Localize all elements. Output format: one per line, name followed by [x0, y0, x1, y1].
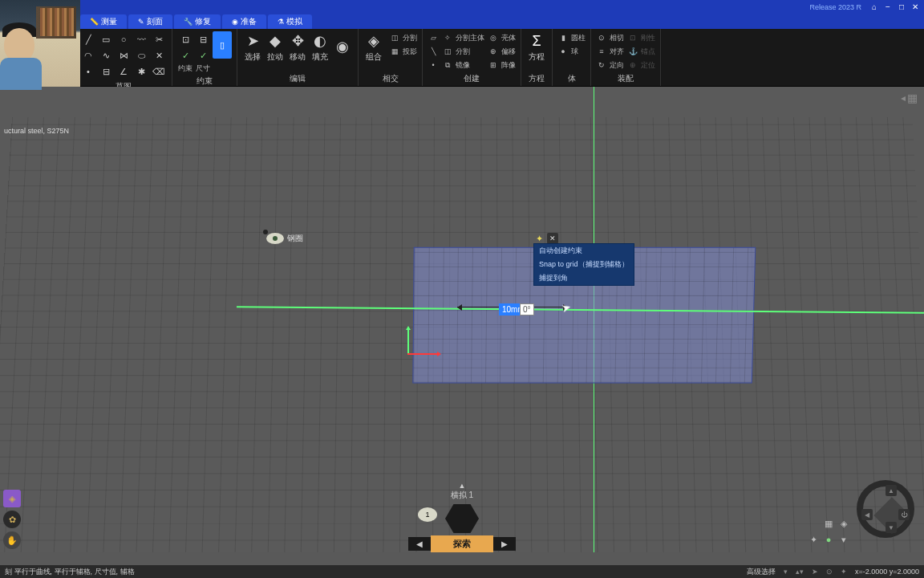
sketch-visibility-toggle[interactable]: 钢圈: [266, 233, 303, 244]
blend-tool[interactable]: ◉: [332, 31, 353, 63]
polyline-tool[interactable]: ⋈: [116, 47, 132, 63]
splitbody-tool[interactable]: ✧分割主体: [442, 31, 484, 44]
point-create-tool[interactable]: •: [428, 59, 439, 71]
gizmo-left[interactable]: ◀: [861, 509, 873, 520]
close-mini-icon[interactable]: ✕: [547, 233, 558, 244]
minimize-button[interactable]: −: [882, 2, 894, 13]
constraint-check-icon[interactable]: ✓: [177, 47, 193, 63]
chevron-right-icon[interactable]: ▶: [493, 537, 516, 551]
scissors-icon[interactable]: ✂: [151, 31, 167, 47]
status-sep: ▾: [784, 568, 788, 576]
line-tool[interactable]: ╱: [80, 31, 96, 47]
hand-icon[interactable]: ✋: [3, 531, 21, 549]
status-icon-4[interactable]: ✦: [841, 568, 847, 576]
delete-tool[interactable]: ⌫: [151, 63, 167, 79]
dimension-check-icon[interactable]: ✓: [195, 47, 211, 63]
sim-label: 横拟 1: [451, 490, 473, 501]
menu-snap-angle[interactable]: 捕捉到角: [534, 271, 634, 285]
offset-tool[interactable]: ⊕偏移: [488, 45, 516, 58]
tab-repair[interactable]: 🔧修复: [174, 14, 221, 29]
home-icon[interactable]: ⌂: [869, 2, 880, 13]
orient-tool[interactable]: ↻定向: [596, 59, 624, 71]
chevron-up-icon[interactable]: ▲: [459, 482, 466, 490]
rect-constraint-active[interactable]: ▯: [213, 31, 232, 59]
point-tool[interactable]: •: [80, 63, 96, 79]
plane-tool[interactable]: ▱: [428, 31, 439, 44]
ellipse-tool[interactable]: ⬭: [133, 47, 149, 63]
rigid-tool[interactable]: ⊡刚性: [627, 31, 655, 44]
locate-tool[interactable]: ⊕定位: [627, 59, 655, 71]
maximize-button[interactable]: □: [896, 2, 907, 13]
pattern-tool[interactable]: ⊞阵像: [488, 59, 516, 71]
arc-tool[interactable]: ◠: [80, 47, 96, 63]
tab-measure[interactable]: 📏测量: [80, 14, 127, 29]
tab-facet[interactable]: ✎刻面: [128, 14, 172, 29]
view-icon-1[interactable]: ▦: [822, 517, 835, 530]
tangent-tool[interactable]: ⊙相切: [596, 31, 624, 44]
anchor-tool[interactable]: ⚓锚点: [627, 45, 655, 58]
tab-prepare[interactable]: ◉准备: [222, 14, 266, 29]
shell-tool[interactable]: ◎壳体: [488, 31, 516, 44]
sphere-tool[interactable]: ●球: [557, 45, 586, 58]
star-tool[interactable]: ✱: [133, 63, 149, 79]
cylinder-tool[interactable]: ▮圆柱: [557, 31, 586, 44]
mirror-tool[interactable]: ⧉镜像: [442, 59, 484, 71]
menu-auto-constraint[interactable]: 自动创建约束: [534, 244, 634, 258]
splitface-tool[interactable]: ◫分割: [442, 45, 484, 58]
status-icon-3[interactable]: ⊙: [826, 568, 833, 576]
project-tool[interactable]: ▦投影: [389, 45, 417, 58]
constraint-tool[interactable]: ⊡: [177, 31, 193, 47]
move-tool[interactable]: ✥移动: [287, 31, 308, 63]
chevron-down-icon[interactable]: ▾: [837, 533, 850, 546]
combine-tool[interactable]: ◈组合: [363, 31, 384, 63]
split-tool[interactable]: ◫分割: [389, 31, 417, 44]
view-icon-2[interactable]: ◈: [837, 517, 850, 530]
view-icon-3[interactable]: ✦: [807, 533, 820, 546]
material-label: uctural steel, S275N: [4, 127, 69, 135]
explore-button[interactable]: 探索: [431, 535, 493, 552]
axis-tool[interactable]: ╲: [428, 45, 439, 58]
gizmo-top[interactable]: ▲: [886, 485, 897, 496]
toolgroup-intersect: ◈组合 ◫分割 ▦投影 相交: [359, 29, 423, 86]
cube-view-icon[interactable]: ◈: [3, 490, 21, 507]
gizmo-right[interactable]: ⏻: [898, 509, 910, 520]
close-button[interactable]: ✕: [910, 2, 921, 13]
snap-icon[interactable]: ✦: [533, 233, 545, 244]
left-bottom-tools: ◈ ✿ ✋: [3, 490, 21, 549]
eq-group-label: 方程: [526, 73, 547, 84]
status-icon-2[interactable]: ➤: [812, 568, 818, 576]
comment-badge[interactable]: 1: [418, 507, 437, 522]
fill-tool[interactable]: ◐填充: [310, 31, 330, 63]
blend-icon: ◉: [336, 38, 349, 55]
equation-tool[interactable]: Σ方程: [526, 31, 547, 63]
rect-tool[interactable]: ▭: [98, 31, 114, 47]
trim-tool[interactable]: ✕: [151, 47, 167, 63]
align-tool[interactable]: ≡对齐: [596, 45, 624, 58]
select-tool[interactable]: ➤选择: [242, 31, 263, 63]
context-menu: 自动创建约束 Snap to grid（捕捉到辅格） 捕捉到角: [533, 243, 634, 286]
view-icon-4[interactable]: ●: [822, 533, 835, 546]
tab-simulate[interactable]: ⚗模拟: [268, 14, 312, 29]
gizmo-bottom[interactable]: ▼: [886, 522, 897, 533]
dim-tool[interactable]: ⊟: [98, 63, 114, 79]
anchor-icon: ⚓: [627, 47, 638, 55]
cylinder-icon: ▮: [557, 34, 569, 42]
circle-tool[interactable]: ○: [116, 31, 132, 47]
curve-tool[interactable]: ∿: [98, 47, 114, 63]
target-icon: ◉: [232, 18, 238, 26]
dimension-tool[interactable]: ⊟: [195, 31, 211, 47]
status-icon-1[interactable]: ▴▾: [796, 568, 804, 576]
spline-tool[interactable]: 〰: [133, 31, 149, 47]
ruler-icon: 📏: [90, 18, 99, 26]
gear-icon[interactable]: ✿: [3, 511, 21, 528]
sim-hexagon[interactable]: [445, 504, 479, 533]
view-cube-gizmo[interactable]: ▲ ▼ ◀ ⏻: [857, 480, 914, 538]
angle-input[interactable]: 0°: [520, 303, 534, 315]
panel-collapse-handle[interactable]: ◂ ▦: [901, 92, 918, 104]
orient-icon: ↻: [596, 61, 607, 69]
angle-tool[interactable]: ∠: [116, 63, 132, 79]
selection-mode[interactable]: 高级选择: [747, 567, 776, 577]
chevron-left-icon[interactable]: ◀: [408, 537, 431, 551]
menu-snap-grid[interactable]: Snap to grid（捕捉到辅格）: [534, 258, 634, 271]
pull-tool[interactable]: ◆拉动: [265, 31, 286, 63]
